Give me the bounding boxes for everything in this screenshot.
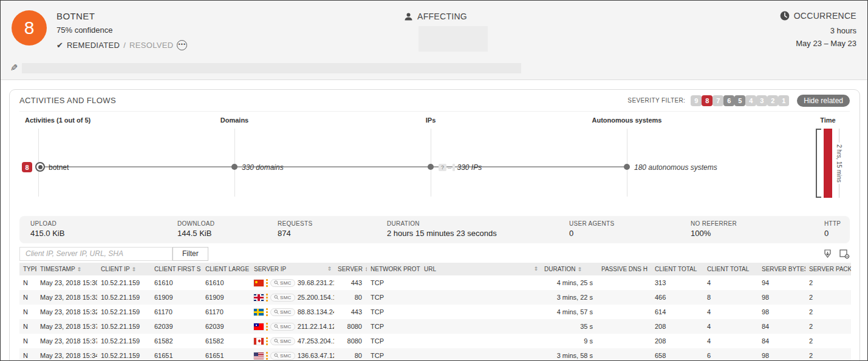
- cell-client_large: 61651: [202, 348, 250, 361]
- table-settings-icon[interactable]: [839, 249, 850, 259]
- server-ip-text[interactable]: 211.22.14.121: [298, 323, 334, 330]
- cell-server_ip: SMC25.200.154.117: [250, 290, 334, 305]
- cell-client_large: 61582: [202, 334, 250, 348]
- as-count-label[interactable]: 180 autonomous systems: [634, 163, 717, 172]
- sort-icon[interactable]: ⇕: [364, 266, 367, 272]
- table-row[interactable]: NMay 23, 2018 15:33:410.52.21.1596190961…: [19, 290, 851, 305]
- download-icon[interactable]: [822, 249, 833, 259]
- table-row[interactable]: NMay 23, 2018 15:32:310.52.21.1596117061…: [19, 305, 851, 319]
- table-row[interactable]: NMay 23, 2018 15:37:010.52.21.1596203962…: [19, 319, 851, 334]
- ips-count-label[interactable]: 330 IPs: [457, 163, 482, 172]
- col-header-server_bytes: SERVER BYTES: [758, 263, 805, 275]
- cell-server_packets: 2: [805, 319, 851, 334]
- flow-col-autonomous-systems: Autonomous systems: [592, 116, 662, 124]
- sort-icon[interactable]: ⇕: [77, 266, 82, 272]
- activity-label[interactable]: botnet: [49, 163, 69, 172]
- severity-badge-2[interactable]: 2: [767, 95, 778, 106]
- stat-download: DOWNLOAD144.5 KiB: [177, 220, 278, 238]
- stat-requests: REQUESTS874: [278, 220, 387, 238]
- cell-url: [420, 275, 541, 290]
- smc-lookup-badge[interactable]: SMC: [270, 294, 295, 302]
- threat-dots-icon: [266, 294, 268, 302]
- occurrence-duration: 3 hours: [780, 26, 856, 35]
- col-header-duration[interactable]: DURATION⇕: [541, 263, 598, 275]
- server-ip-text[interactable]: 39.68.231.215: [298, 279, 334, 286]
- stat-value: 144.5 KiB: [177, 229, 278, 238]
- sort-icon[interactable]: ⇕: [132, 266, 137, 272]
- magnifier-icon: [274, 309, 279, 314]
- affected-user-redacted[interactable]: [419, 26, 488, 52]
- severity-badge-4[interactable]: 4: [745, 95, 756, 106]
- severity-badge-5[interactable]: 5: [734, 95, 745, 106]
- time-activity-bar[interactable]: [824, 129, 832, 198]
- server-ip-text[interactable]: 47.253.204.130: [298, 337, 334, 345]
- smc-lookup-badge[interactable]: SMC: [270, 308, 295, 316]
- domains-count-label[interactable]: 330 domains: [242, 163, 284, 172]
- smc-lookup-badge[interactable]: SMC: [270, 352, 295, 360]
- flow-severity-badge: 8: [22, 162, 32, 172]
- sort-icon[interactable]: ⇕: [327, 266, 332, 272]
- sort-icon[interactable]: ⇕: [533, 266, 538, 272]
- activity-bullseye-icon[interactable]: [35, 162, 45, 172]
- note-field-redacted[interactable]: [22, 63, 521, 73]
- col-header-passive_dns: PASSIVE DNS H: [598, 263, 651, 275]
- table-row[interactable]: NMay 23, 2018 15:34:010.52.21.1596165161…: [19, 348, 851, 361]
- cell-protocol: TCP: [367, 348, 420, 361]
- sort-icon[interactable]: ⇕: [577, 266, 582, 272]
- server-ip-text[interactable]: 25.200.154.117: [298, 294, 334, 301]
- cell-client_ip: 10.52.21.159: [97, 334, 151, 348]
- hide-related-button[interactable]: Hide related: [797, 95, 850, 107]
- filter-input[interactable]: [19, 247, 173, 261]
- col-header-timestamp[interactable]: TIMESTAMP⇕: [36, 263, 97, 275]
- table-row[interactable]: NMay 23, 2018 15:37:410.52.21.1596158261…: [19, 334, 851, 348]
- ips-node-dot[interactable]: [428, 164, 434, 170]
- smc-lookup-badge[interactable]: SMC: [270, 337, 295, 345]
- server-ip-text[interactable]: 88.83.134.248: [298, 308, 334, 315]
- cell-protocol: TCP: [367, 275, 420, 290]
- cell-client_first: 61582: [151, 334, 202, 348]
- occurrence-range: May 23 – May 23: [780, 39, 856, 48]
- smc-lookup-badge[interactable]: SMC: [270, 279, 295, 287]
- cell-client_ip: 10.52.21.159: [97, 275, 151, 290]
- cell-server_bytes: 98: [758, 348, 805, 361]
- ips-empty-badge[interactable]: [453, 164, 455, 171]
- edit-pencil-icon[interactable]: ✎: [10, 62, 18, 73]
- stat-user-agents: USER AGENTS0: [569, 220, 691, 238]
- resolved-label[interactable]: RESOLVED: [129, 41, 173, 50]
- ips-cluster: ?– 330 IPs: [439, 163, 482, 172]
- severity-badge-6[interactable]: 6: [723, 95, 734, 106]
- col-header-server_port[interactable]: SERVER⇕: [334, 263, 367, 275]
- remediated-label[interactable]: REMEDIATED: [67, 41, 120, 50]
- magnifier-icon: [274, 339, 279, 343]
- incident-title-block: BOTNET 75% confidence ✔ REMEDIATED / RES…: [56, 11, 187, 50]
- severity-badge-1[interactable]: 1: [778, 95, 789, 106]
- severity-badge-9[interactable]: 9: [691, 95, 702, 106]
- cell-type: N: [19, 334, 36, 348]
- unknown-ips-badge[interactable]: ?: [439, 164, 446, 171]
- severity-badge-3[interactable]: 3: [756, 95, 767, 106]
- table-row[interactable]: NMay 23, 2018 15:30:510.52.21.1596161061…: [19, 275, 851, 290]
- cell-timestamp: May 23, 2018 15:32:3: [36, 305, 97, 319]
- severity-badge-8[interactable]: 8: [702, 95, 713, 106]
- stat-http: HTTP0: [824, 220, 841, 238]
- smc-lookup-badge[interactable]: SMC: [270, 323, 295, 331]
- cell-client_total2: 4: [703, 275, 758, 290]
- cell-client_ip: 10.52.21.159: [97, 305, 151, 319]
- flows-table: TYPETIMESTAMP⇕CLIENT IP⇕CLIENT FIRST SCL…: [19, 263, 851, 361]
- severity-circle-badge: 8: [12, 10, 47, 46]
- cell-client_large: 62039: [202, 319, 250, 334]
- col-header-server_ip[interactable]: SERVER IP⇕: [250, 263, 334, 275]
- more-options-icon[interactable]: •••: [177, 40, 187, 50]
- server-ip-text[interactable]: 136.63.47.121: [298, 352, 334, 359]
- cell-url: [420, 348, 541, 361]
- cell-server_bytes: 98: [758, 305, 805, 319]
- col-header-client_ip[interactable]: CLIENT IP⇕: [97, 263, 151, 275]
- severity-badge-7[interactable]: 7: [713, 95, 723, 106]
- col-header-url[interactable]: URL⇕: [420, 263, 541, 275]
- col-header-client_total2: CLIENT TOTAL: [703, 263, 758, 275]
- flow-col-time: Time: [820, 116, 835, 124]
- domains-node-dot[interactable]: [231, 164, 238, 170]
- filter-button[interactable]: Filter: [173, 247, 208, 261]
- as-node-dot[interactable]: [624, 164, 630, 170]
- cell-timestamp: May 23, 2018 15:34:0: [36, 348, 97, 361]
